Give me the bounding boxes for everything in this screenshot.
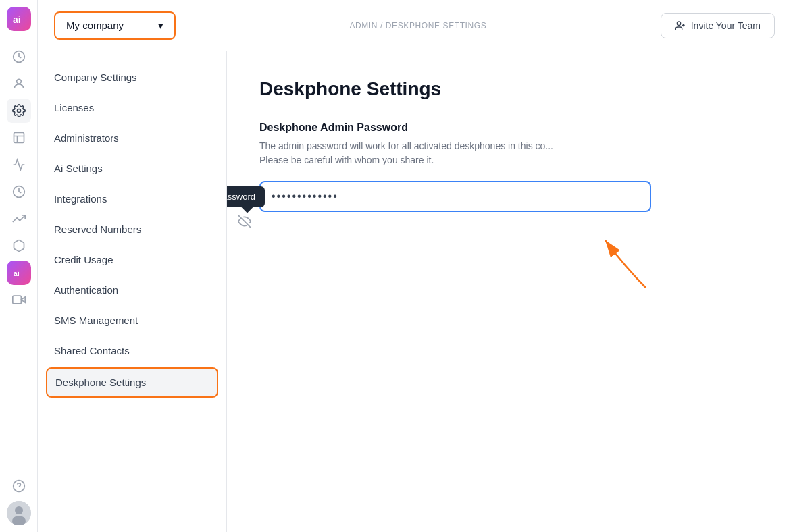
svg-rect-3 <box>14 133 24 143</box>
person-icon[interactable] <box>7 72 31 96</box>
nav-item-authentication[interactable]: Authentication <box>38 275 226 305</box>
nav-item-credit-usage[interactable]: Credit Usage <box>38 244 226 275</box>
invite-team-button[interactable]: Invite Your Team <box>661 13 775 38</box>
section-description: The admin password will work for all act… <box>259 139 759 167</box>
reveal-tooltip: Reveal Password <box>227 186 265 207</box>
app-logo[interactable]: ai <box>7 7 31 31</box>
invite-icon <box>675 20 686 31</box>
eye-off-icon <box>238 215 251 228</box>
main-area: My company ▾ ADMIN / DESKPHONE SETTINGS … <box>38 0 791 532</box>
nav-item-deskphone-settings[interactable]: Deskphone Settings <box>46 367 218 398</box>
nav-item-shared-contacts[interactable]: Shared Contacts <box>38 336 226 366</box>
nav-item-company-settings[interactable]: Company Settings <box>38 62 226 92</box>
trend-icon[interactable] <box>7 207 31 231</box>
nav-item-licenses[interactable]: Licenses <box>38 92 226 123</box>
cube-icon[interactable] <box>7 234 31 258</box>
page-content: Deskphone Settings Deskphone Admin Passw… <box>227 51 791 532</box>
svg-point-13 <box>677 22 680 25</box>
page-title: Deskphone Settings <box>259 78 759 100</box>
svg-text:ai: ai <box>13 269 19 277</box>
chevron-down-icon: ▾ <box>158 20 163 32</box>
password-field-wrapper: Reveal Password <box>259 181 651 224</box>
user-avatar[interactable] <box>7 501 31 525</box>
rocket-icon[interactable] <box>7 45 31 69</box>
section-title: Deskphone Admin Password <box>259 122 759 134</box>
video-icon[interactable] <box>7 288 31 312</box>
company-name: My company <box>66 20 124 31</box>
icon-sidebar: ai ai <box>0 0 38 532</box>
reveal-password-button[interactable] <box>238 215 251 228</box>
svg-point-1 <box>16 79 21 84</box>
invite-button-label: Invite Your Team <box>691 20 761 31</box>
password-input[interactable] <box>259 181 651 212</box>
history-icon[interactable] <box>7 180 31 204</box>
analytics-icon[interactable] <box>7 126 31 150</box>
ai-badge-icon[interactable]: ai <box>7 261 31 285</box>
password-section: Deskphone Admin Password The admin passw… <box>259 122 759 224</box>
nav-item-sms-management[interactable]: SMS Management <box>38 305 226 336</box>
svg-text:ai: ai <box>13 14 21 25</box>
help-icon[interactable] <box>7 474 31 498</box>
company-selector[interactable]: My company ▾ <box>54 11 176 40</box>
svg-rect-7 <box>12 296 20 304</box>
nav-item-integrations[interactable]: Integrations <box>38 184 226 214</box>
activity-icon[interactable] <box>7 153 31 177</box>
svg-point-11 <box>15 506 23 514</box>
gear-icon[interactable] <box>7 99 31 123</box>
arrow-annotation <box>592 227 673 297</box>
side-nav: Company Settings Licenses Administrators… <box>38 51 227 532</box>
nav-item-ai-settings[interactable]: Ai Settings <box>38 153 226 184</box>
content-area: Company Settings Licenses Administrators… <box>38 51 791 532</box>
header: My company ▾ ADMIN / DESKPHONE SETTINGS … <box>38 0 791 51</box>
svg-marker-6 <box>21 297 25 302</box>
breadcrumb: ADMIN / DESKPHONE SETTINGS <box>349 21 486 30</box>
svg-point-2 <box>17 109 20 113</box>
nav-item-administrators[interactable]: Administrators <box>38 123 226 153</box>
nav-item-reserved-numbers[interactable]: Reserved Numbers <box>38 214 226 244</box>
